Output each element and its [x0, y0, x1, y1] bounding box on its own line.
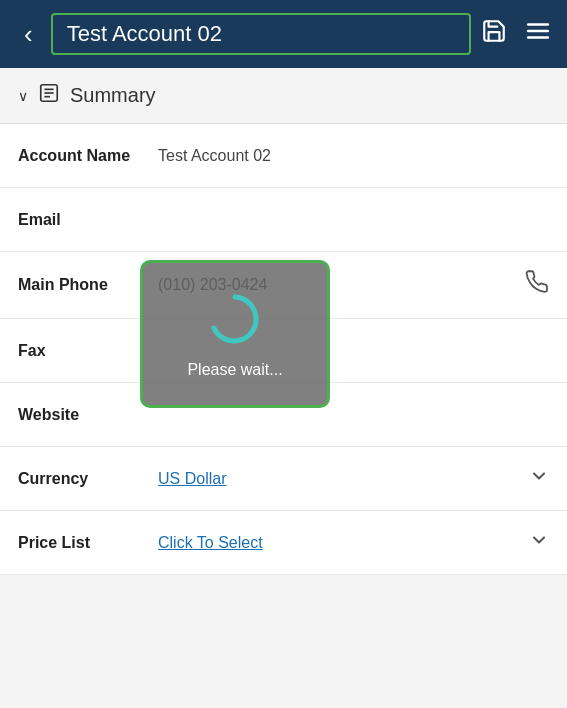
section-chevron-icon: ∨: [18, 88, 28, 104]
price-list-label: Price List: [18, 534, 158, 552]
summary-icon: [38, 82, 60, 109]
back-button[interactable]: ‹: [16, 15, 41, 54]
page-title: Test Account 02: [67, 21, 222, 46]
price-list-value[interactable]: Click To Select: [158, 534, 523, 552]
account-name-value: Test Account 02: [158, 147, 549, 165]
phone-group: Main Phone (010) 203-0424 Fax Website: [0, 252, 567, 447]
loading-overlay: Please wait...: [140, 260, 330, 408]
save-button[interactable]: [481, 18, 507, 50]
account-name-label: Account Name: [18, 147, 158, 165]
currency-label: Currency: [18, 470, 158, 488]
loading-text: Please wait...: [187, 361, 282, 379]
currency-chevron-icon[interactable]: [529, 466, 549, 491]
website-label: Website: [18, 406, 158, 424]
app-header: ‹ Test Account 02: [0, 0, 567, 68]
title-box: Test Account 02: [51, 13, 471, 55]
header-actions: [481, 18, 551, 50]
summary-label: Summary: [70, 84, 156, 107]
fax-label: Fax: [18, 342, 158, 360]
spinner-icon: [205, 289, 265, 349]
summary-section-header[interactable]: ∨ Summary: [0, 68, 567, 124]
menu-button[interactable]: [525, 18, 551, 50]
content-area: Account Name Test Account 02 Email Main …: [0, 124, 567, 575]
price-list-row: Price List Click To Select: [0, 511, 567, 575]
main-phone-label: Main Phone: [18, 276, 158, 294]
account-name-row: Account Name Test Account 02: [0, 124, 567, 188]
currency-value[interactable]: US Dollar: [158, 470, 523, 488]
currency-row: Currency US Dollar: [0, 447, 567, 511]
phone-call-icon[interactable]: [525, 270, 549, 300]
email-label: Email: [18, 211, 158, 229]
price-list-chevron-icon[interactable]: [529, 530, 549, 555]
email-row: Email: [0, 188, 567, 252]
